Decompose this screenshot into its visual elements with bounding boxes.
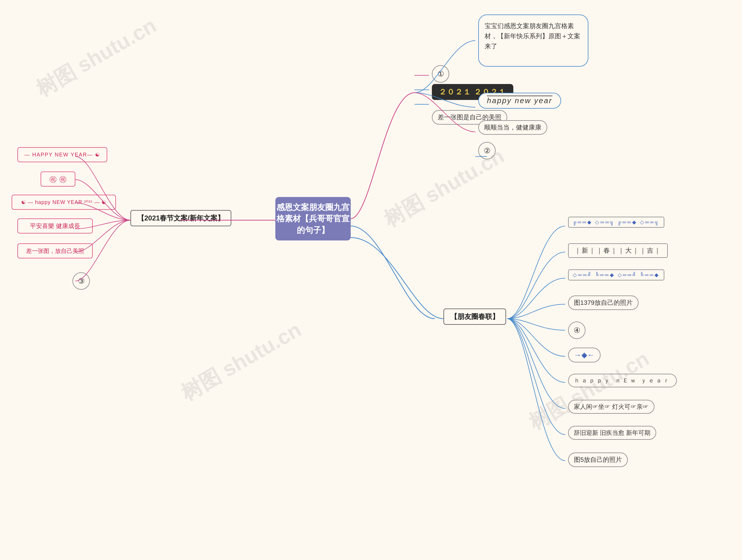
node-happy-ny-left: — HAPPY NEW YEAR— ☯ — [17, 147, 107, 162]
node-happy-ew-year: ｈａｐｐｙ ｎＥｗ ｙｅａｒ — [568, 374, 677, 387]
center-node[interactable]: 感恩文案朋友圈九宫格素材【兵哥哥官宣的句子】 — [275, 197, 351, 240]
circle-node-3: ③ — [72, 272, 90, 290]
circle-node-2: ② — [478, 142, 496, 159]
circle-node-1: ① — [432, 65, 449, 82]
node-peace-health: 平安喜樂 健康成長 — [17, 218, 93, 233]
node-spring-new-year: ｜新｜｜春｜｜大｜｜吉｜ — [568, 243, 668, 258]
node-photo-1379: 图1379放自己的照片 — [568, 295, 639, 310]
node-family-togather: 家人闲☞坐☞ 灯火可☞亲☞ — [568, 400, 654, 414]
node-intro-card: 宝宝们感恩文案朋友圈九宫格素材，【新年快乐系列】原图＋文案来了 — [478, 14, 588, 67]
circle-node-4: ④ — [568, 322, 585, 339]
node-deco-top: ╔══◆ ◇══╗ ╔══◆ ◇══╗ — [568, 217, 664, 228]
watermark-1: 树图 shutu.cn — [31, 12, 161, 103]
node-shun: 顺顺当当，健健康康 — [478, 120, 547, 135]
node-arrow: →◆← — [568, 348, 600, 362]
node-happy-ny-2021: ☯ — happy NEW YEAR ²⁰²¹ — ☯ — [12, 195, 116, 210]
watermark-3: 树图 shutu.cn — [176, 316, 306, 407]
node-friends-couplet: 【朋友圈春联】 — [443, 309, 506, 325]
node-diff-selfie: 差一张图，放自己美照 — [17, 243, 93, 259]
node-happy-new-year: happy new year — [478, 93, 561, 109]
node-new-year-wish: 辞旧迎新 旧疾当愈 新年可期 — [568, 426, 656, 440]
center-node-label: 感恩文案朋友圈九宫格素材【兵哥哥官宣的句子】 — [275, 202, 351, 236]
node-2021-wennian: 【2021春节文案/新年文案】 — [130, 210, 231, 226]
node-photo-5: 图5放自己的照片 — [568, 452, 628, 467]
node-deco-bottom: ◇══╝ ╚══◆ ◇══╝ ╚══◆ — [568, 269, 664, 280]
node-congrats: ㊗ ㊗ — [41, 171, 75, 186]
